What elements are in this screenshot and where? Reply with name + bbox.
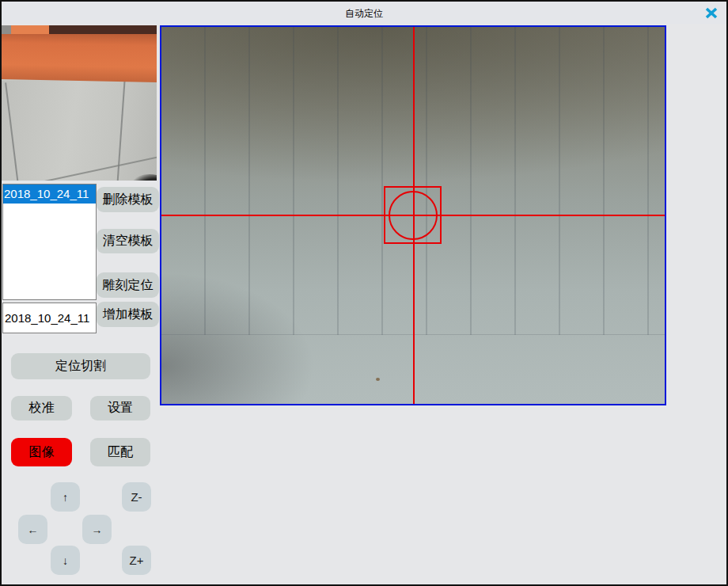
titlebar: 自动定位 — [2, 2, 726, 24]
match-button[interactable]: 匹配 — [90, 438, 150, 466]
image-button-active[interactable]: 图像 — [11, 438, 72, 466]
template-list[interactable]: 2018_10_24_11 — [2, 184, 97, 300]
jog-right-button[interactable]: → — [82, 515, 112, 544]
camera-speck — [376, 378, 380, 381]
template-name-input[interactable] — [2, 303, 97, 333]
auto-locate-dialog: 自动定位 2018_10_24_11 删除模板 清空模板 雕刻定位 增加模板 定… — [0, 0, 728, 586]
template-preview-image — [2, 25, 157, 181]
delete-template-button[interactable]: 删除模板 — [97, 187, 159, 212]
close-icon — [705, 7, 718, 19]
camera-view[interactable] — [160, 25, 666, 405]
window-title: 自动定位 — [2, 7, 726, 21]
calibrate-button[interactable]: 校准 — [11, 396, 72, 420]
camera-feed-image — [161, 27, 665, 404]
target-circle-overlay — [389, 191, 438, 240]
thumb-tiles — [2, 81, 157, 181]
add-template-button[interactable]: 增加模板 — [97, 302, 159, 327]
jog-down-button[interactable]: ↓ — [51, 546, 80, 575]
jog-z-minus-button[interactable]: Z- — [122, 482, 151, 512]
template-list-item-selected[interactable]: 2018_10_24_11 — [3, 185, 96, 204]
close-button[interactable] — [703, 5, 720, 21]
thumb-top-strip — [2, 25, 157, 34]
clear-templates-button[interactable]: 清空模板 — [97, 229, 159, 253]
jog-z-plus-button[interactable]: Z+ — [122, 546, 151, 575]
engrave-locate-button[interactable]: 雕刻定位 — [97, 272, 159, 298]
locate-cut-button[interactable]: 定位切割 — [11, 353, 150, 379]
jog-left-button[interactable]: ← — [18, 515, 47, 544]
settings-button[interactable]: 设置 — [90, 396, 150, 420]
thumb-orange-beam — [2, 30, 157, 82]
jog-up-button[interactable]: ↑ — [51, 482, 80, 512]
